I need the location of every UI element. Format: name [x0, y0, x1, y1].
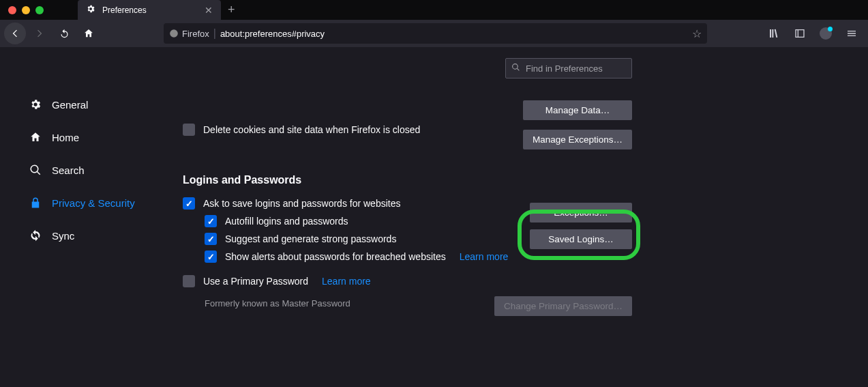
maximize-window-button[interactable]: [35, 6, 44, 14]
sidebar-item-general[interactable]: General: [0, 88, 158, 121]
sidebar-item-search[interactable]: Search: [0, 154, 158, 186]
sidebar-item-label: Search: [52, 164, 85, 176]
learn-more-link[interactable]: Learn more: [460, 251, 509, 262]
saved-logins-button[interactable]: Saved Logins…: [530, 229, 632, 249]
primary-password-checkbox[interactable]: [183, 275, 195, 287]
breach-alerts-checkbox[interactable]: [205, 250, 217, 263]
sidebar-item-home[interactable]: Home: [0, 121, 158, 154]
ask-save-checkbox[interactable]: [183, 197, 195, 210]
logins-heading: Logins and Passwords: [183, 174, 635, 186]
home-icon: [29, 130, 42, 144]
menu-icon[interactable]: [842, 24, 861, 43]
manage-exceptions-button[interactable]: Manage Exceptions…: [523, 130, 632, 149]
url-text: about:preferences#privacy: [220, 29, 325, 39]
delete-cookies-label: Delete cookies and site data when Firefo…: [203, 124, 420, 135]
find-in-preferences[interactable]: Find in Preferences: [505, 58, 632, 78]
autofill-label: Autofill logins and passwords: [225, 216, 348, 227]
autofill-checkbox[interactable]: [205, 215, 217, 227]
sidebar-item-label: Privacy & Security: [52, 197, 135, 209]
sync-icon: [29, 229, 42, 242]
new-tab-button[interactable]: +: [228, 3, 235, 17]
search-icon: [511, 63, 520, 74]
preferences-sidebar: General Home Search Privacy & Security S…: [0, 47, 158, 387]
learn-more-primary-link[interactable]: Learn more: [322, 276, 371, 287]
sidebar-item-privacy[interactable]: Privacy & Security: [0, 186, 158, 219]
site-identity[interactable]: Firefox: [169, 29, 209, 39]
urlbar-separator: |: [213, 27, 216, 40]
back-button[interactable]: [4, 23, 26, 44]
bookmark-star-icon[interactable]: ☆: [692, 27, 702, 40]
sidebar-item-label: General: [52, 99, 88, 111]
change-primary-password-button[interactable]: Change Primary Password…: [494, 296, 632, 316]
suggest-password-checkbox[interactable]: [205, 233, 217, 245]
library-icon[interactable]: [764, 24, 783, 43]
svg-point-0: [170, 29, 178, 38]
lock-icon: [29, 196, 42, 210]
sidebar-item-label: Home: [52, 132, 79, 143]
url-bar[interactable]: Firefox | about:preferences#privacy ☆: [164, 23, 707, 44]
breach-alerts-label: Show alerts about passwords for breached…: [225, 251, 446, 262]
close-tab-icon[interactable]: ✕: [205, 5, 213, 16]
preferences-content: Find in Preferences Manage Data… Manage …: [158, 47, 868, 387]
forward-button[interactable]: [29, 23, 50, 44]
window-controls: [0, 6, 44, 14]
sidebar-item-label: Sync: [52, 230, 74, 242]
gear-icon: [86, 4, 95, 16]
navigation-toolbar: Firefox | about:preferences#privacy ☆: [0, 20, 868, 47]
minimize-window-button[interactable]: [22, 6, 30, 14]
search-placeholder: Find in Preferences: [526, 63, 603, 74]
gear-icon: [29, 98, 42, 111]
title-bar: Preferences ✕ +: [0, 0, 868, 20]
reload-button[interactable]: [53, 23, 75, 44]
primary-password-label: Use a Primary Password: [203, 276, 308, 287]
sidebar-icon[interactable]: [790, 24, 809, 43]
close-window-button[interactable]: [8, 6, 16, 14]
ask-save-label: Ask to save logins and passwords for web…: [203, 198, 400, 209]
firefox-icon: [169, 29, 179, 38]
browser-tab[interactable]: Preferences ✕: [78, 0, 221, 20]
delete-cookies-checkbox[interactable]: [183, 124, 195, 136]
manage-data-button[interactable]: Manage Data…: [523, 100, 632, 120]
exceptions-button[interactable]: Exceptions…: [530, 203, 632, 223]
tab-title: Preferences: [102, 5, 147, 15]
account-icon[interactable]: [816, 24, 835, 43]
search-icon: [29, 163, 42, 177]
suggest-password-label: Suggest and generate strong passwords: [225, 233, 396, 244]
sidebar-item-sync[interactable]: Sync: [0, 219, 158, 252]
home-button[interactable]: [78, 23, 100, 44]
